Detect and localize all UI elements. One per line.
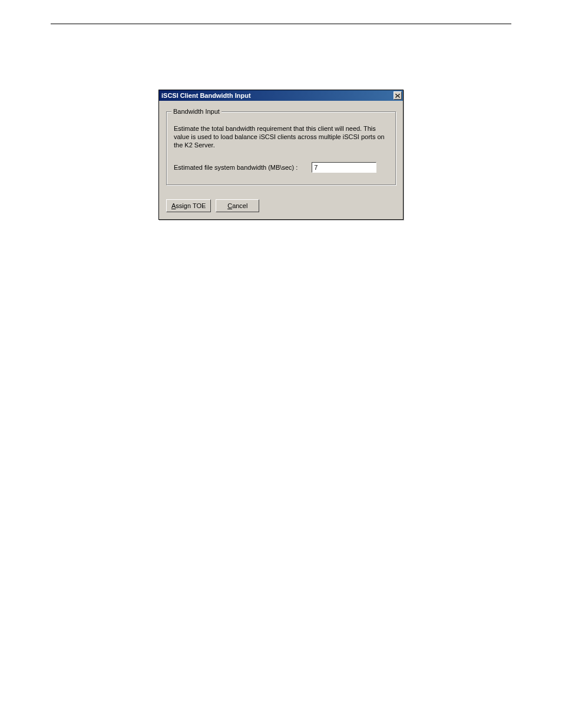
dialog-title: iSCSI Client Bandwidth Input: [161, 92, 251, 99]
groupbox-legend: Bandwidth Input: [171, 108, 222, 115]
titlebar: iSCSI Client Bandwidth Input: [159, 90, 403, 101]
assign-toe-button[interactable]: Assign TOE: [166, 199, 211, 212]
close-icon[interactable]: [394, 91, 402, 100]
dialog-body: Bandwidth Input Estimate the total bandw…: [159, 101, 403, 219]
button-row: Assign TOE Cancel: [166, 199, 396, 212]
cancel-button[interactable]: Cancel: [216, 199, 259, 212]
groupbox-description: Estimate the total bandwidth requirement…: [174, 125, 388, 149]
bandwidth-field-label: Estimated file system bandwidth (MB\sec)…: [174, 164, 297, 171]
page-top-divider: [51, 24, 511, 24]
bandwidth-input-group: Bandwidth Input Estimate the total bandw…: [166, 111, 396, 185]
iscsi-bandwidth-dialog: iSCSI Client Bandwidth Input Bandwidth I…: [158, 90, 404, 220]
bandwidth-input[interactable]: [312, 162, 376, 173]
bandwidth-field-row: Estimated file system bandwidth (MB\sec)…: [174, 162, 388, 173]
